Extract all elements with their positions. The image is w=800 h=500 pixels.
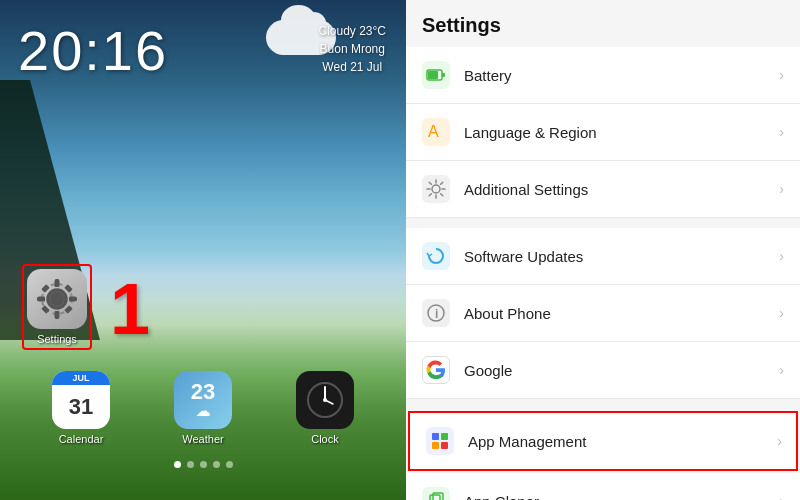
svg-rect-16: [442, 73, 445, 77]
svg-rect-8: [64, 284, 72, 292]
additional-settings-icon: [422, 175, 450, 203]
section-divider-2: [406, 399, 800, 409]
dot-2: [187, 461, 194, 468]
settings-icon-circle: [27, 269, 87, 329]
about-label: About Phone: [464, 305, 779, 322]
settings-item-language[interactable]: A Language & Region ›: [406, 104, 800, 161]
settings-title: Settings: [406, 0, 800, 47]
settings-app-icon[interactable]: Settings: [22, 264, 92, 350]
svg-rect-24: [432, 442, 439, 449]
weather-location: Buon Mrong: [320, 42, 385, 56]
svg-rect-7: [41, 284, 49, 292]
step-number-1: 1: [110, 273, 150, 345]
language-icon: A: [422, 118, 450, 146]
svg-text:i: i: [435, 307, 438, 321]
about-icon: i: [422, 299, 450, 327]
software-label: Software Updates: [464, 248, 779, 265]
page-dots: [0, 461, 406, 468]
appcloner-chevron: ›: [779, 493, 784, 500]
svg-line-14: [325, 400, 333, 404]
software-chevron: ›: [779, 248, 784, 264]
appcloner-label: App Cloner: [464, 493, 779, 501]
language-chevron: ›: [779, 124, 784, 140]
svg-rect-10: [64, 305, 72, 313]
battery-chevron: ›: [779, 67, 784, 83]
google-icon: [422, 356, 450, 384]
svg-rect-23: [441, 433, 448, 440]
section-divider-1: [406, 218, 800, 228]
settings-list: Battery › A Language & Region › Addition…: [406, 47, 800, 500]
weather-condition: Cloudy 23°C: [319, 24, 387, 38]
language-label: Language & Region: [464, 124, 779, 141]
settings-app-label: Settings: [37, 333, 77, 345]
calendar-app[interactable]: JUL 31 Calendar: [52, 371, 110, 445]
bottom-apps-row: JUL 31 Calendar 23 ☁ Weather: [0, 371, 406, 445]
appmanagement-icon: [426, 427, 454, 455]
calendar-icon: JUL 31: [52, 371, 110, 429]
weather-label: Weather: [182, 433, 223, 445]
settings-item-appcloner[interactable]: App Cloner ›: [406, 473, 800, 500]
dot-4: [213, 461, 220, 468]
svg-rect-3: [55, 280, 60, 287]
settings-item-google[interactable]: Google ›: [406, 342, 800, 399]
clock-icon: [296, 371, 354, 429]
svg-text:A: A: [428, 123, 439, 140]
svg-rect-22: [432, 433, 439, 440]
clock-label: Clock: [311, 433, 339, 445]
clock-svg: [305, 380, 345, 420]
calendar-month: JUL: [52, 371, 110, 385]
appmanagement-chevron: ›: [777, 433, 782, 449]
weather-icon: 23 ☁: [174, 371, 232, 429]
clock-app[interactable]: Clock: [296, 371, 354, 445]
gear-icon: [35, 277, 79, 321]
phone-screen: 20:16 Cloudy 23°C Buon Mrong Wed 21 Jul: [0, 0, 406, 500]
settings-item-battery[interactable]: Battery ›: [406, 47, 800, 104]
svg-rect-9: [41, 305, 49, 313]
about-chevron: ›: [779, 305, 784, 321]
weather-date: Wed 21 Jul: [322, 60, 382, 74]
time-display: 20:16: [18, 18, 168, 83]
additional-chevron: ›: [779, 181, 784, 197]
google-label: Google: [464, 362, 779, 379]
google-chevron: ›: [779, 362, 784, 378]
dot-1: [174, 461, 181, 468]
settings-item-additional[interactable]: Additional Settings ›: [406, 161, 800, 218]
settings-panel: Settings Battery › A Language & Region ›…: [406, 0, 800, 500]
additional-settings-label: Additional Settings: [464, 181, 779, 198]
software-icon: [422, 242, 450, 270]
svg-rect-26: [430, 495, 440, 500]
settings-item-about[interactable]: i About Phone ›: [406, 285, 800, 342]
svg-point-19: [432, 185, 440, 193]
battery-icon: [422, 61, 450, 89]
svg-rect-17: [428, 71, 438, 79]
battery-label: Battery: [464, 67, 779, 84]
weather-info: Cloudy 23°C Buon Mrong Wed 21 Jul: [319, 22, 387, 76]
svg-rect-25: [441, 442, 448, 449]
calendar-day: 31: [52, 385, 110, 429]
svg-rect-5: [38, 297, 45, 302]
dot-5: [226, 461, 233, 468]
svg-rect-27: [433, 493, 443, 500]
svg-rect-6: [69, 297, 76, 302]
calendar-label: Calendar: [59, 433, 104, 445]
appcloner-icon: [422, 487, 450, 500]
svg-rect-4: [55, 311, 60, 318]
weather-app[interactable]: 23 ☁ Weather: [174, 371, 232, 445]
weather-sun: ☁: [196, 403, 210, 419]
weather-number: 23: [191, 381, 215, 403]
dot-3: [200, 461, 207, 468]
settings-item-appmanagement[interactable]: App Management › 2: [408, 411, 798, 471]
appmanagement-label: App Management: [468, 433, 777, 450]
svg-point-0: [50, 292, 64, 306]
settings-item-software[interactable]: Software Updates ›: [406, 228, 800, 285]
